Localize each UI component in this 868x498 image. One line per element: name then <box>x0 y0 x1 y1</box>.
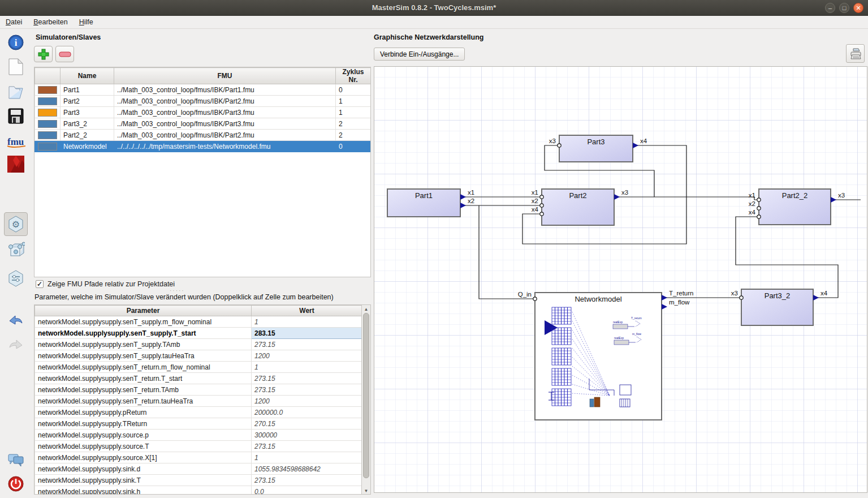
redo-icon[interactable] <box>6 334 25 354</box>
param-name[interactable]: networkModel.supplysupply.source.T <box>35 441 252 452</box>
slave-row-Part2[interactable]: Part2../Math_003_control_loop/fmus/IBK/P… <box>35 96 371 107</box>
param-name[interactable]: networkModel.supplysupply.sink.h <box>35 486 252 495</box>
slave-cycle[interactable]: 2 <box>336 118 371 130</box>
slave-fmu-path[interactable]: ../Math_003_control_loop/fmus/IBK/Part3.… <box>114 118 336 130</box>
col-parameter[interactable]: Parameter <box>35 306 252 316</box>
maximize-button[interactable]: □ <box>839 3 849 13</box>
undo-icon[interactable] <box>6 310 25 329</box>
param-name[interactable]: networkModel.supplysupply.sink.d <box>35 463 252 475</box>
input-port-x1[interactable] <box>540 195 543 199</box>
slave-name[interactable]: Networkmodel <box>61 141 114 152</box>
param-value[interactable]: 273.15 <box>252 373 362 384</box>
param-value[interactable]: 270.15 <box>252 418 362 430</box>
close-button[interactable]: ✕ <box>853 3 863 13</box>
slave-row-Part3_2[interactable]: Part3_2../Math_003_control_loop/fmus/IBK… <box>35 118 371 130</box>
slave-cycle[interactable]: 1 <box>336 96 371 107</box>
param-value[interactable]: 273.15 <box>252 339 362 350</box>
slave-name[interactable]: Part2 <box>61 96 114 107</box>
info-icon[interactable]: i <box>6 33 25 52</box>
param-value[interactable]: 300000 <box>252 430 362 441</box>
slave-cycle[interactable]: 0 <box>336 84 371 96</box>
param-value[interactable]: 273.15 <box>252 475 362 486</box>
slave-name[interactable]: Part3_2 <box>61 118 114 130</box>
param-value[interactable]: 1055.9834598688642 <box>252 463 362 475</box>
param-row[interactable]: networkModel.supplysupply.senT_return.TA… <box>35 384 362 396</box>
input-port-x2[interactable] <box>757 207 761 210</box>
param-name[interactable]: networkModel.supplysupply.pReturn <box>35 407 252 418</box>
param-name[interactable]: networkModel.supplysupply.senT_supply.m_… <box>35 316 252 328</box>
slave-cycle[interactable]: 0 <box>336 141 371 152</box>
comments-icon[interactable] <box>6 450 25 469</box>
slave-fmu-path[interactable]: ../Math_003_control_loop/fmus/IBK/Part1.… <box>114 84 336 96</box>
param-value[interactable]: 1200 <box>252 350 362 362</box>
slave-fmu-path[interactable]: ../Math_003_control_loop/fmus/IBK/Part2.… <box>114 96 336 107</box>
slave-cycle[interactable]: 2 <box>336 130 371 141</box>
slave-name[interactable]: Part1 <box>61 84 114 96</box>
slave-cycle[interactable]: 1 <box>336 107 371 118</box>
slave-fmu-path[interactable]: ../Math_003_control_loop/fmus/IBK/Part3.… <box>114 107 336 118</box>
param-value[interactable]: 1 <box>252 316 362 328</box>
param-row[interactable]: networkModel.supplysupply.sink.d1055.983… <box>35 463 362 475</box>
param-value[interactable]: 200000.0 <box>252 407 362 418</box>
param-value[interactable]: 273.15 <box>252 384 362 396</box>
param-value[interactable]: 1 <box>252 362 362 373</box>
param-name[interactable]: networkModel.supplysupply.senT_return.ta… <box>35 396 252 407</box>
input-port-x3[interactable] <box>558 144 561 147</box>
params-scrollbar[interactable]: ▲ ▼ <box>361 305 370 495</box>
scrollbar-thumb[interactable] <box>363 313 369 478</box>
input-port-x1[interactable] <box>757 198 761 201</box>
network-view-icon[interactable] <box>6 241 25 260</box>
simulation-settings-icon[interactable]: ⚙ <box>4 212 28 236</box>
param-row[interactable]: networkModel.supplysupply.senT_supply.m_… <box>35 316 362 328</box>
block-Part2[interactable]: Part2x1x2x4x3 <box>532 189 628 225</box>
input-port-x4[interactable] <box>757 215 761 218</box>
param-row[interactable]: networkModel.supplysupply.source.p300000 <box>35 430 362 441</box>
col-wert[interactable]: Wert <box>252 306 362 316</box>
minimize-button[interactable]: – <box>825 3 835 13</box>
param-row[interactable]: networkModel.supplysupply.sink.T273.15 <box>35 475 362 486</box>
slave-row-Part3[interactable]: Part3../Math_003_control_loop/fmus/IBK/P… <box>35 107 371 118</box>
new-file-icon[interactable] <box>6 57 25 76</box>
param-name[interactable]: networkModel.supplysupply.senT_return.TA… <box>35 384 252 396</box>
relative-paths-checkbox[interactable]: ✓ <box>36 280 44 288</box>
menu-item-bearbeiten[interactable]: Bearbeiten <box>28 17 73 27</box>
param-name[interactable]: networkModel.supplysupply.senT_supply.TA… <box>35 339 252 350</box>
input-port-x3[interactable] <box>740 296 743 299</box>
param-value[interactable]: 273.15 <box>252 441 362 452</box>
col-color[interactable] <box>35 68 61 84</box>
col-cycle[interactable]: Zyklus Nr. <box>336 68 371 84</box>
param-row[interactable]: networkModel.supplysupply.source.X[1]1 <box>35 452 362 463</box>
param-value[interactable]: 1200 <box>252 396 362 407</box>
block-Part3[interactable]: Part3x3x4 <box>549 135 647 162</box>
param-row[interactable]: networkModel.supplysupply.senT_return.m_… <box>35 362 362 373</box>
fmu-logo-icon[interactable]: fmu <box>6 132 25 152</box>
block-Part3_2[interactable]: Part3_2x3x4 <box>731 289 828 325</box>
param-name[interactable]: networkModel.supplysupply.source.X[1] <box>35 452 252 463</box>
print-button[interactable] <box>846 44 865 63</box>
param-name[interactable]: networkModel.supplysupply.senT_supply.T_… <box>35 328 252 339</box>
param-name[interactable]: networkModel.supplysupply.source.p <box>35 430 252 441</box>
param-name[interactable]: networkModel.supplysupply.senT_return.T_… <box>35 373 252 384</box>
param-row[interactable]: networkModel.supplysupply.source.T273.15 <box>35 441 362 452</box>
ibk-logo-icon[interactable] <box>6 154 25 174</box>
scroll-up-icon[interactable]: ▲ <box>362 307 370 312</box>
quit-icon[interactable] <box>6 474 25 493</box>
param-name[interactable]: networkModel.supplysupply.senT_return.m_… <box>35 362 252 373</box>
input-port-Q_in[interactable] <box>533 297 537 300</box>
param-row[interactable]: networkModel.supplysupply.senT_supply.TA… <box>35 339 362 350</box>
col-name[interactable]: Name <box>61 68 114 84</box>
param-row[interactable]: networkModel.supplysupply.senT_supply.ta… <box>35 350 362 362</box>
block-Part2_2[interactable]: Part2_2x1x2x4x3 <box>749 189 845 225</box>
slave-fmu-path[interactable]: ../Math_003_control_loop/fmus/IBK/Part2.… <box>114 130 336 141</box>
slave-row-Networkmodel[interactable]: Networkmodel../../../../../../tmp/master… <box>35 141 371 152</box>
slave-row-Part2_2[interactable]: Part2_2../Math_003_control_loop/fmus/IBK… <box>35 130 371 141</box>
param-row[interactable]: networkModel.supplysupply.senT_return.ta… <box>35 396 362 407</box>
menu-item-hilfe[interactable]: Hilfe <box>74 17 99 27</box>
add-slave-button[interactable] <box>34 46 53 62</box>
param-value[interactable]: 1 <box>252 452 362 463</box>
param-name[interactable]: networkModel.supplysupply.sink.T <box>35 475 252 486</box>
slave-name[interactable]: Part3 <box>61 107 114 118</box>
scroll-down-icon[interactable]: ▼ <box>362 488 370 493</box>
network-canvas[interactable]: Part1x1x2Part2x1x2x4x3Part3x3x4Part2_2x1… <box>374 66 867 493</box>
param-row[interactable]: networkModel.supplysupply.TReturn270.15 <box>35 418 362 430</box>
